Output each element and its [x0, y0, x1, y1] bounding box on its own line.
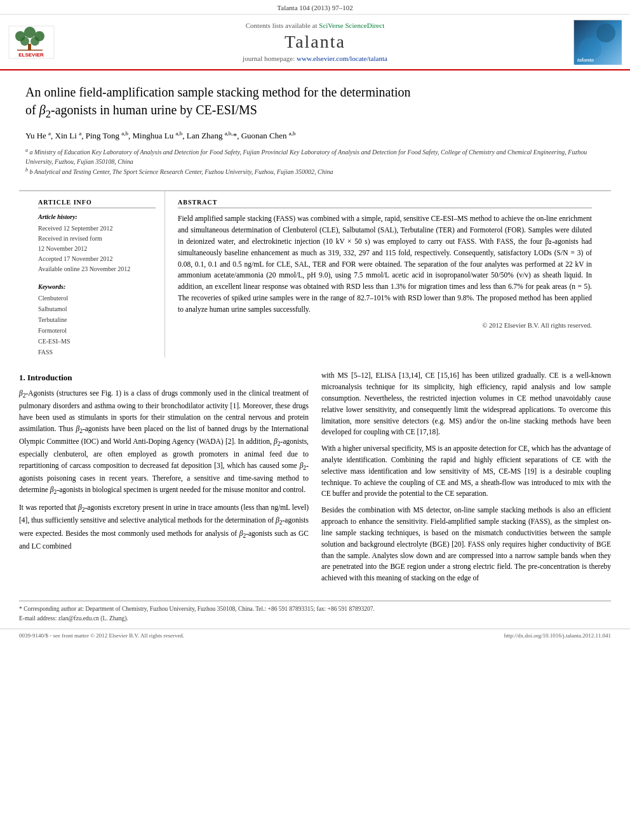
- revised-date: 12 November 2012: [38, 244, 156, 254]
- svg-text:ELSEVIER: ELSEVIER: [18, 52, 44, 58]
- right-para-3: Besides the combination with MS detector…: [321, 505, 611, 584]
- keywords-section: Keywords: Clenbuterol Salbutamol Terbuta…: [38, 283, 156, 357]
- accepted-date: Accepted 17 November 2012: [38, 254, 156, 264]
- keyword-salbutamol: Salbutamol: [38, 303, 156, 314]
- journal-cover-image: talanta talanta: [573, 20, 621, 64]
- keyword-terbutaline: Terbutaline: [38, 314, 156, 325]
- footer-copyright: 0039-9140/$ - see front matter © 2012 El…: [19, 632, 184, 639]
- journal-cover-area: talanta talanta: [572, 20, 622, 64]
- corresponding-author-note: * Corresponding author at: Department of…: [19, 604, 611, 614]
- article-title-section: An online field-amplification sample sta…: [0, 70, 630, 185]
- intro-heading: 1. Introduction: [19, 373, 309, 383]
- authors-line: Yu He a, Xin Li a, Ping Tong a,b, Minghu…: [25, 130, 605, 141]
- journal-title: Talanta: [285, 32, 345, 52]
- online-date: Available online 23 November 2012: [38, 264, 156, 274]
- page: Talanta 104 (2013) 97–102 ELSEVIER: [0, 0, 630, 840]
- svg-point-2: [24, 27, 36, 38]
- svg-point-5: [30, 37, 39, 46]
- affiliations: a a Ministry of Education Key Laboratory…: [25, 147, 605, 177]
- footer-doi: http://dx.doi.org/10.1016/j.talanta.2012…: [504, 632, 611, 639]
- article-info-column: ARTICLE INFO Article history: Received 1…: [38, 191, 165, 357]
- abstract-label: ABSTRACT: [178, 199, 592, 208]
- abstract-text: Field amplified sample stacking (FASS) w…: [178, 213, 592, 315]
- right-para-2: With a higher universal specificity, MS …: [321, 443, 611, 500]
- keyword-fass: FASS: [38, 347, 156, 357]
- journal-header-center: Contents lists available at SciVerse Sci…: [65, 20, 565, 64]
- keyword-formoterol: Formoterol: [38, 325, 156, 336]
- article-title: An online field-amplification sample sta…: [25, 83, 605, 121]
- svg-point-4: [20, 37, 29, 46]
- history-label: Article history:: [38, 213, 156, 220]
- homepage-link[interactable]: www.elsevier.com/locate/talanta: [297, 55, 387, 62]
- header-area: ELSEVIER Contents lists available at Sci…: [0, 15, 630, 70]
- footnotes-area: * Corresponding author at: Department of…: [19, 601, 611, 629]
- keyword-ce-esi-ms: CE-ESI–MS: [38, 336, 156, 347]
- article-history: Article history: Received 12 September 2…: [38, 213, 156, 274]
- intro-para-1: β2-Agonists (structures see Fig. 1) is a…: [19, 388, 309, 497]
- publisher-logo-area: ELSEVIER: [8, 20, 58, 64]
- sciverse-line: Contents lists available at SciVerse Sci…: [246, 22, 384, 29]
- intro-para-2: It was reported that β2-agonists excreto…: [19, 502, 309, 552]
- email-note: E-mail address: zlan@fzu.edu.cn (L. Zhan…: [19, 614, 611, 623]
- footer-bar: 0039-9140/$ - see front matter © 2012 El…: [0, 629, 630, 642]
- journal-homepage-line: journal homepage: www.elsevier.com/locat…: [243, 55, 387, 62]
- journal-citation: Talanta 104 (2013) 97–102: [277, 4, 352, 11]
- right-para-1: with MS [5–12], ELISA [13,14], CE [15,16…: [321, 370, 611, 438]
- keyword-clenbuterol: Clenbuterol: [38, 293, 156, 303]
- keywords-label: Keywords:: [38, 283, 156, 290]
- body-right-column: with MS [5–12], ELISA [13,14], CE [15,16…: [321, 370, 611, 589]
- sciverse-link[interactable]: SciVerse ScienceDirect: [319, 22, 384, 29]
- article-info-label: ARTICLE INFO: [38, 199, 156, 208]
- svg-point-10: [596, 23, 615, 43]
- body-left-column: 1. Introduction β2-Agonists (structures …: [19, 370, 309, 589]
- journal-bar: Talanta 104 (2013) 97–102: [0, 0, 630, 15]
- svg-text:talanta: talanta: [577, 57, 594, 63]
- copyright-line: © 2012 Elsevier B.V. All rights reserved…: [178, 322, 592, 329]
- revised-label: Received in revised form: [38, 234, 156, 244]
- received-date: Received 12 September 2012: [38, 223, 156, 234]
- svg-rect-6: [28, 44, 31, 50]
- main-content-area: ARTICLE INFO Article history: Received 1…: [19, 190, 611, 364]
- body-content: 1. Introduction β2-Agonists (structures …: [0, 364, 630, 596]
- abstract-column: ABSTRACT Field amplified sample stacking…: [178, 191, 592, 357]
- elsevier-logo-icon: ELSEVIER: [8, 25, 55, 60]
